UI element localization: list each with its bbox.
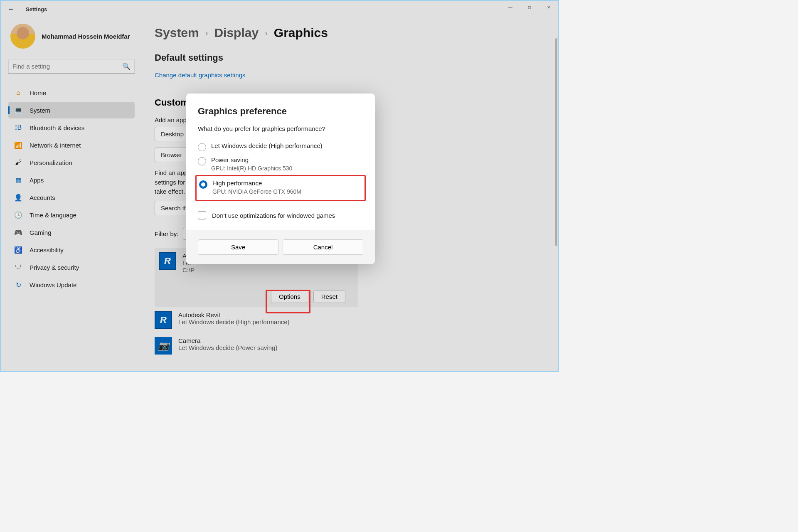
- sidebar-item-network[interactable]: 📶Network & internet: [8, 137, 135, 153]
- breadcrumb-system[interactable]: System: [155, 26, 199, 40]
- app-title: Settings: [26, 6, 47, 12]
- app-entry[interactable]: R Autodesk Revit Let Windows decide (Hig…: [155, 307, 546, 333]
- checkbox-icon: [198, 211, 206, 219]
- close-button[interactable]: ✕: [539, 1, 558, 13]
- checkbox-windowed-games[interactable]: Don't use optimizations for windowed gam…: [198, 209, 363, 222]
- app-name: Camera: [178, 337, 277, 344]
- app-subtitle: Let Windows decide (High performance): [178, 318, 290, 325]
- sidebar-item-bluetooth[interactable]: BBluetooth & devices: [8, 119, 135, 136]
- brush-icon: 🖌: [14, 158, 22, 167]
- sidebar-item-update[interactable]: ↻Windows Update: [8, 276, 135, 293]
- bluetooth-icon: B: [14, 123, 22, 132]
- gamepad-icon: 🎮: [14, 228, 22, 236]
- checkbox-label: Don't use optimizations for windowed gam…: [212, 212, 335, 219]
- cancel-button[interactable]: Cancel: [283, 239, 363, 255]
- sidebar-item-label: Gaming: [30, 229, 52, 236]
- radio-label: Power saving: [211, 156, 292, 163]
- radio-sublabel: GPU: Intel(R) HD Graphics 530: [211, 165, 292, 172]
- avatar: [10, 24, 35, 49]
- search-icon: 🔍: [122, 62, 131, 70]
- dialog-question: What do you prefer for graphics performa…: [198, 125, 363, 132]
- wifi-icon: 📶: [14, 141, 22, 149]
- breadcrumb-graphics: Graphics: [274, 26, 328, 40]
- app-path: C:\P: [182, 266, 195, 273]
- default-settings-title: Default settings: [155, 52, 546, 63]
- minimize-button[interactable]: ―: [501, 1, 520, 13]
- search-box[interactable]: 🔍: [8, 59, 135, 74]
- dialog-title: Graphics preference: [198, 106, 363, 117]
- sidebar-item-label: Accounts: [30, 194, 55, 201]
- app-name: Autodesk Revit: [178, 311, 290, 318]
- profile[interactable]: Mohammad Hossein Moeidfar: [8, 24, 135, 49]
- app-subtitle: Let Windows decide (Power saving): [178, 344, 277, 351]
- sidebar-item-label: Privacy & security: [30, 264, 79, 271]
- system-icon: 💻: [14, 106, 22, 114]
- sidebar-item-gaming[interactable]: 🎮Gaming: [8, 224, 135, 241]
- browse-button[interactable]: Browse: [155, 148, 188, 162]
- sidebar-item-label: Bluetooth & devices: [30, 124, 85, 131]
- breadcrumb-display[interactable]: Display: [214, 26, 259, 40]
- camera-icon: 📷: [155, 337, 172, 355]
- radio-sublabel: GPU: NVIDIA GeForce GTX 960M: [212, 188, 301, 195]
- chevron-right-icon: ›: [265, 28, 268, 38]
- accessibility-icon: ♿: [14, 246, 22, 254]
- chevron-right-icon: ›: [205, 28, 208, 38]
- sidebar-item-accounts[interactable]: 👤Accounts: [8, 189, 135, 206]
- radio-let-windows-decide[interactable]: Let Windows decide (High performance): [198, 140, 363, 154]
- scrollbar[interactable]: [555, 38, 557, 246]
- sidebar-item-system[interactable]: 💻System: [8, 102, 135, 118]
- radio-high-performance[interactable]: High performance GPU: NVIDIA GeForce GTX…: [199, 177, 362, 197]
- annotation-highlight: High performance GPU: NVIDIA GeForce GTX…: [195, 175, 366, 201]
- sidebar-item-label: Personalization: [30, 159, 72, 166]
- home-icon: ⌂: [14, 89, 22, 97]
- clock-icon: 🕓: [14, 211, 22, 219]
- sidebar-item-time[interactable]: 🕓Time & language: [8, 207, 135, 223]
- back-button[interactable]: ←: [5, 3, 17, 15]
- titlebar: ← Settings ― □ ✕: [1, 1, 558, 17]
- sidebar-item-accessibility[interactable]: ♿Accessibility: [8, 241, 135, 258]
- options-button[interactable]: Options: [271, 290, 308, 303]
- sidebar-item-label: Windows Update: [30, 281, 76, 288]
- sidebar-item-label: Apps: [30, 177, 44, 184]
- filter-label: Filter by:: [155, 230, 179, 237]
- sidebar-item-label: Accessibility: [30, 246, 64, 254]
- sidebar-item-privacy[interactable]: 🛡Privacy & security: [8, 259, 135, 276]
- radio-icon-checked: [199, 180, 207, 189]
- radio-label: Let Windows decide (High performance): [211, 142, 323, 149]
- radio-power-saving[interactable]: Power saving GPU: Intel(R) HD Graphics 5…: [198, 154, 363, 174]
- breadcrumb: System › Display › Graphics: [155, 26, 546, 40]
- graphics-preference-dialog: Graphics preference What do you prefer f…: [186, 94, 375, 264]
- app-icon: R: [159, 252, 176, 270]
- search-input[interactable]: [12, 63, 122, 70]
- sidebar-item-label: Time & language: [30, 212, 76, 219]
- sidebar-item-home[interactable]: ⌂Home: [8, 84, 135, 101]
- update-icon: ↻: [14, 281, 22, 289]
- sidebar-item-label: System: [30, 107, 50, 114]
- change-default-link[interactable]: Change default graphics settings: [155, 71, 546, 79]
- person-icon: 👤: [14, 193, 22, 202]
- radio-label: High performance: [212, 180, 301, 187]
- radio-icon: [198, 157, 206, 165]
- app-icon: R: [155, 311, 172, 329]
- app-entry[interactable]: 📷 Camera Let Windows decide (Power savin…: [155, 333, 546, 359]
- maximize-button[interactable]: □: [520, 1, 539, 13]
- sidebar-item-personalization[interactable]: 🖌Personalization: [8, 154, 135, 171]
- radio-icon: [198, 143, 206, 151]
- shield-icon: 🛡: [14, 263, 22, 271]
- reset-button[interactable]: Reset: [313, 290, 345, 303]
- sidebar-item-label: Home: [30, 89, 46, 96]
- sidebar: Mohammad Hossein Moeidfar 🔍 ⌂Home 💻Syste…: [1, 17, 142, 371]
- sidebar-item-apps[interactable]: ▦Apps: [8, 172, 135, 188]
- profile-name: Mohammad Hossein Moeidfar: [42, 33, 130, 40]
- save-button[interactable]: Save: [198, 239, 278, 255]
- sidebar-item-label: Network & internet: [30, 142, 81, 149]
- apps-icon: ▦: [14, 176, 22, 184]
